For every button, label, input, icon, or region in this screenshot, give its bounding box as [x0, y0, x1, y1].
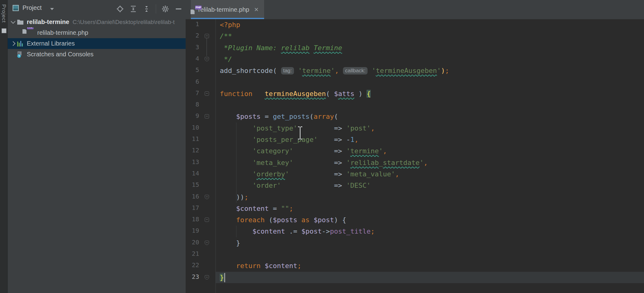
tree-item-relilab-termine-php[interactable]: PHPrelilab-termine.php [8, 27, 186, 38]
code-line-23[interactable]: } [220, 272, 224, 283]
line-number-20: 20 [186, 239, 199, 246]
tab-relilab-termine-php[interactable]: PHP relilab-termine.php × [191, 0, 264, 19]
line-number-13: 13 [186, 158, 199, 166]
tree-item-scratches-and-consoles[interactable]: Scratches and Consoles [8, 49, 186, 60]
code-line-22[interactable]: return $content; [220, 260, 301, 271]
code-line-11[interactable]: 'posts_per_page' => -1, [220, 134, 358, 145]
line-number-18: 18 [186, 215, 199, 223]
project-panel-header: Project [8, 0, 186, 17]
chevron-right-icon[interactable] [9, 42, 17, 45]
tree-item-relilab-termine[interactable]: relilab-termineC:\Users\Daniel\Desktop\r… [8, 17, 186, 27]
left-tool-stripe: Project [0, 0, 8, 293]
line-number-3: 3 [186, 43, 199, 51]
locate-button[interactable] [116, 5, 124, 13]
project-stripe-button[interactable]: Project [1, 4, 7, 23]
settings-button[interactable] [161, 5, 169, 13]
fold-end-marker[interactable]: − [205, 195, 209, 199]
current-line-highlight [216, 272, 644, 283]
line-number-14: 14 [186, 170, 199, 177]
phpstorm-window: Project Project relilab-termineC:\Users\… [0, 0, 644, 293]
scratches-icon-slot [17, 51, 25, 58]
line-number-8: 8 [186, 101, 199, 108]
line-number-11: 11 [186, 135, 199, 142]
project-view-icon[interactable] [13, 5, 19, 11]
line-number-16: 16 [186, 193, 199, 200]
line-number-17: 17 [186, 204, 199, 211]
line-number-12: 12 [186, 146, 199, 154]
code-line-18[interactable]: foreach ($posts as $post) { [220, 214, 346, 226]
tree-item-path: C:\Users\Daniel\Desktop\relilab\relilab-… [73, 19, 175, 26]
line-number-2: 2 [186, 32, 199, 39]
expand-all-button[interactable] [129, 5, 137, 13]
code-line-3[interactable]: *Plugin Name: relilab Termine [220, 42, 342, 54]
hide-icon [175, 5, 183, 13]
editor-area[interactable]: PHP relilab-termine.php × 12345678910111… [186, 0, 644, 293]
chevron-down-icon[interactable] [9, 21, 17, 23]
project-tree: relilab-termineC:\Users\Daniel\Desktop\r… [8, 17, 186, 60]
code-line-7[interactable]: function termineAusgeben( $atts ) { [220, 88, 371, 99]
tree-item-label: External Libraries [27, 40, 75, 47]
editor-tab-bar: PHP relilab-termine.php × [186, 0, 644, 19]
line-number-4: 4 [186, 55, 199, 62]
text-caret [224, 273, 225, 282]
code-line-19[interactable]: $content .= $post->post_title; [220, 226, 375, 237]
libraries-icon [17, 40, 24, 47]
toolbar-divider [156, 4, 156, 14]
fold-start-marker[interactable]: − [205, 114, 209, 118]
hide-button[interactable] [175, 5, 183, 13]
tool-window-icon[interactable] [2, 28, 6, 33]
folder-icon-slot [17, 18, 25, 26]
code-line-20[interactable]: } [220, 237, 240, 249]
line-number-6: 6 [186, 78, 199, 85]
tree-item-external-libraries[interactable]: External Libraries [8, 38, 186, 49]
fold-start-marker[interactable]: − [205, 91, 209, 96]
collapse-all-icon [143, 5, 151, 13]
tree-item-label: relilab-termine.php [37, 29, 88, 36]
line-number-19: 19 [186, 227, 199, 234]
fold-connector [207, 37, 207, 56]
code-line-9[interactable]: $posts = get_posts(array( [220, 111, 338, 122]
line-number-23: 23 [186, 273, 199, 280]
line-number-9: 9 [186, 112, 199, 119]
code-line-14[interactable]: 'orderby' => 'meta_value', [220, 168, 399, 180]
libraries-icon-slot [17, 40, 25, 47]
code-line-16[interactable]: )); [220, 191, 248, 203]
ibeam-mouse-cursor [296, 126, 304, 140]
line-number-10: 10 [186, 124, 199, 131]
line-number-15: 15 [186, 181, 199, 188]
chevron-glyph [10, 41, 15, 46]
expand-all-icon [129, 5, 137, 13]
tree-item-label: relilab-termine [27, 18, 69, 26]
code-line-5[interactable]: add_shortcode( tag: 'termine', callback:… [220, 65, 449, 76]
close-icon[interactable]: × [254, 6, 259, 13]
code-line-2[interactable]: /** [220, 30, 232, 42]
locate-icon [116, 5, 124, 13]
code-line-1[interactable]: <?php [220, 19, 240, 30]
fold-start-marker[interactable]: − [205, 218, 209, 222]
parameter-hint-pill: tag: [281, 67, 294, 74]
code-line-13[interactable]: 'meta_key' => 'relilab_startdate', [220, 157, 428, 168]
parameter-hint-pill: callback: [343, 67, 368, 74]
code-line-15[interactable]: 'order' => 'DESC' [220, 180, 371, 191]
line-number-1: 1 [186, 20, 199, 28]
panel-title: Project [22, 4, 42, 11]
settings-icon [161, 5, 169, 13]
folder-icon [17, 18, 24, 25]
fold-end-marker[interactable]: − [205, 241, 209, 245]
code-line-12[interactable]: 'category' => 'termine', [220, 145, 387, 157]
line-number-5: 5 [186, 66, 199, 74]
code-line-17[interactable]: $content = ""; [220, 203, 293, 214]
code-line-4[interactable]: */ [220, 54, 232, 65]
tree-item-label: Scratches and Consoles [27, 51, 94, 58]
line-number-22: 22 [186, 261, 199, 269]
fold-start-marker[interactable]: − [205, 34, 209, 38]
chevron-down-icon[interactable] [50, 8, 54, 10]
gutter-separator [215, 19, 216, 293]
fold-end-marker[interactable]: − [205, 275, 209, 279]
tab-label: relilab-termine.php [198, 6, 249, 13]
php-icon-slot: PHP [27, 29, 35, 37]
line-number-7: 7 [186, 89, 199, 97]
fold-end-marker[interactable]: − [205, 57, 209, 61]
panel-toolbar [116, 4, 183, 14]
collapse-all-button[interactable] [143, 5, 151, 13]
